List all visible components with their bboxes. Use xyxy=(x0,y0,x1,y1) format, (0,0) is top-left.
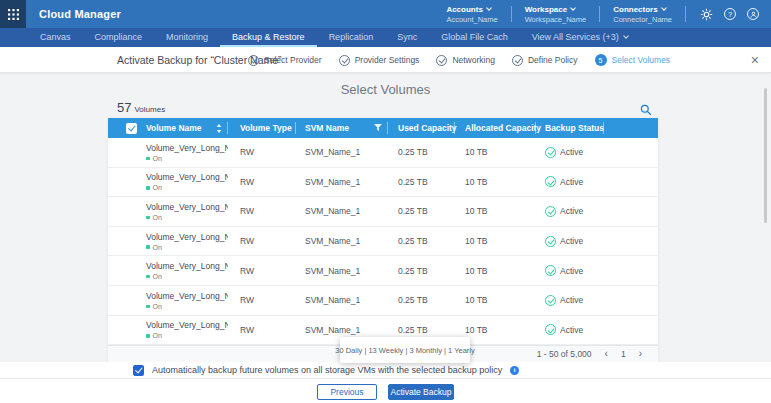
volume-type: RW xyxy=(228,206,296,216)
auto-backup-checkbox[interactable] xyxy=(133,365,144,376)
tab-view-all-services[interactable]: View All Services (+3) xyxy=(520,28,640,47)
help-icon[interactable]: ? xyxy=(724,8,736,20)
on-state-dot-icon xyxy=(146,216,150,220)
check-circle-icon xyxy=(436,55,447,66)
svm-name: SVM_Name_1 xyxy=(296,177,388,187)
sort-icon[interactable] xyxy=(216,124,222,133)
volume-name: Volume_Very_Long_Name xyxy=(146,202,228,212)
gear-icon[interactable] xyxy=(700,8,713,21)
volume-state: On xyxy=(146,214,228,221)
user-account-icon[interactable] xyxy=(747,8,759,20)
on-state-dot-icon xyxy=(146,305,150,309)
on-state-dot-icon xyxy=(146,275,150,279)
step-number-badge: 5 xyxy=(595,54,607,66)
close-icon[interactable]: × xyxy=(751,47,759,73)
column-used-capacity[interactable]: Used Capacity xyxy=(388,118,455,138)
next-page-icon[interactable]: › xyxy=(639,349,642,359)
column-volume-type[interactable]: Volume Type xyxy=(228,118,296,138)
on-state-dot-icon xyxy=(146,334,150,338)
activate-backup-button[interactable]: Activate Backup xyxy=(388,384,454,400)
svm-name: SVM_Name_1 xyxy=(296,236,388,246)
table-row: Volume_Very_Long_Name On RW SVM_Name_1 0… xyxy=(108,256,658,286)
svm-name: SVM_Name_1 xyxy=(296,266,388,276)
volume-state: On xyxy=(146,155,228,162)
check-circle-icon xyxy=(339,55,350,66)
tab-backup-restore[interactable]: Backup & Restore xyxy=(220,28,317,47)
volume-name: Volume_Very_Long_Name xyxy=(146,172,228,182)
used-capacity: 0.25 TB xyxy=(388,295,455,305)
allocated-capacity: 10 TB xyxy=(455,206,536,216)
spacer-cell xyxy=(604,118,657,138)
tab-canvas[interactable]: Canvas xyxy=(28,28,83,47)
allocated-capacity: 10 TB xyxy=(455,295,536,305)
column-volume-name[interactable]: Volume Name xyxy=(146,118,228,138)
bottom-bar: Automatically backup future volumes on a… xyxy=(0,362,771,403)
used-capacity: 0.25 TB xyxy=(388,266,455,276)
tab-replication[interactable]: Replication xyxy=(317,28,386,47)
volume-type: RW xyxy=(228,295,296,305)
backup-status-label: Active xyxy=(560,177,583,187)
allocated-capacity: 10 TB xyxy=(455,325,536,335)
app-launcher-button[interactable] xyxy=(0,0,26,28)
active-check-icon xyxy=(545,147,556,158)
previous-button[interactable]: Previous xyxy=(317,384,377,400)
on-state-dot-icon xyxy=(146,186,150,190)
select-all-checkbox[interactable] xyxy=(126,123,137,134)
volume-type: RW xyxy=(228,147,296,157)
tab-monitoring[interactable]: Monitoring xyxy=(154,28,220,47)
step-networking[interactable]: Networking xyxy=(436,55,495,66)
connector-name: Connector_Name xyxy=(613,15,672,24)
step-define-policy[interactable]: Define Policy xyxy=(512,55,578,66)
table-body: Volume_Very_Long_Name On RW SVM_Name_1 0… xyxy=(108,138,658,345)
action-buttons: Previous Activate Backup xyxy=(0,379,771,403)
svm-name: SVM_Name_1 xyxy=(296,206,388,216)
active-check-icon xyxy=(545,265,556,276)
pagination-range: 1 - 50 of 5,000 xyxy=(537,349,592,359)
app-title: Cloud Manager xyxy=(39,8,121,20)
volume-name: Volume_Very_Long_Name xyxy=(146,291,228,301)
volume-type: RW xyxy=(228,266,296,276)
table-row: Volume_Very_Long_Name On RW SVM_Name_1 0… xyxy=(108,168,658,198)
on-state-dot-icon xyxy=(146,157,150,161)
divider xyxy=(685,6,686,22)
volume-name: Volume_Very_Long_Name xyxy=(146,320,228,330)
workspace-name: Workspace_Name xyxy=(525,15,587,24)
backup-status-label: Active xyxy=(560,295,583,305)
svm-name: SVM_Name_1 xyxy=(296,147,388,157)
active-check-icon xyxy=(545,176,556,187)
app-bar: Cloud Manager Accounts Account_Name Work… xyxy=(0,0,771,28)
vertical-scrollbar[interactable] xyxy=(764,88,767,223)
volume-state: On xyxy=(146,303,228,310)
tab-sync[interactable]: Sync xyxy=(385,28,429,47)
current-page[interactable]: 1 xyxy=(621,349,626,359)
accounts-menu[interactable]: Accounts Account_Name xyxy=(433,5,510,24)
step-select-provider[interactable]: Select Provider xyxy=(248,55,322,66)
backup-status-label: Active xyxy=(560,236,583,246)
volume-state: On xyxy=(146,332,228,339)
backup-policy-tooltip: 30 Daily | 13 Weekly | 3 Monthly | 1 Yea… xyxy=(340,337,470,363)
volume-state: On xyxy=(146,273,228,280)
workspace-menu[interactable]: Workspace Workspace_Name xyxy=(512,5,600,24)
tab-compliance[interactable]: Compliance xyxy=(83,28,155,47)
chevron-down-icon xyxy=(570,5,576,11)
prev-page-icon[interactable]: ‹ xyxy=(605,349,608,359)
connectors-menu[interactable]: Connectors Connector_Name xyxy=(600,5,685,24)
chevron-down-icon xyxy=(486,5,492,11)
table-row: Volume_Very_Long_Name On RW SVM_Name_1 0… xyxy=(108,286,658,316)
info-icon[interactable]: i xyxy=(510,366,519,375)
volume-type: RW xyxy=(228,325,296,335)
volume-count: 57 Volumes xyxy=(117,100,165,115)
auto-backup-row: Automatically backup future volumes on a… xyxy=(0,362,771,379)
column-svm-name[interactable]: SVM Name xyxy=(296,118,388,138)
account-name: Account_Name xyxy=(446,15,497,24)
active-check-icon xyxy=(545,206,556,217)
step-provider-settings[interactable]: Provider Settings xyxy=(339,55,420,66)
used-capacity: 0.25 TB xyxy=(388,177,455,187)
on-state-dot-icon xyxy=(146,245,150,249)
volume-state: On xyxy=(146,244,228,251)
step-select-volumes[interactable]: 5Select Volumes xyxy=(595,54,671,66)
tab-global-file-cache[interactable]: Global File Cach xyxy=(429,28,520,47)
filter-icon[interactable] xyxy=(374,124,382,132)
column-backup-status[interactable]: Backup Status xyxy=(536,118,604,138)
column-allocated-capacity[interactable]: Allocated Capacity xyxy=(455,118,536,138)
